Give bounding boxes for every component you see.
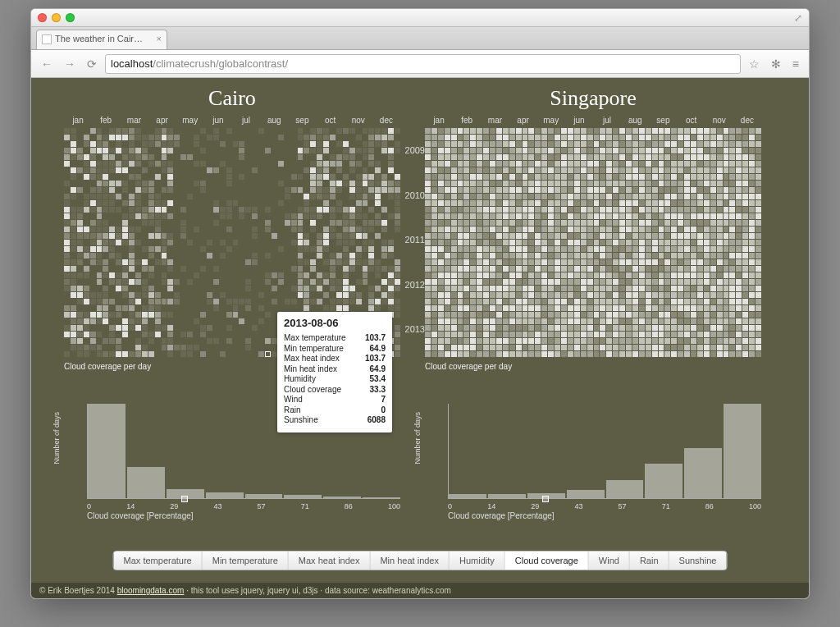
- heatmap-cell[interactable]: [581, 227, 587, 232]
- heatmap-cell[interactable]: [652, 233, 658, 239]
- heatmap-cell[interactable]: [581, 345, 587, 350]
- heatmap-cell[interactable]: [239, 174, 244, 180]
- heatmap-cell[interactable]: [349, 292, 355, 298]
- heatmap-cell[interactable]: [724, 325, 729, 331]
- heatmap-cell[interactable]: [330, 181, 336, 186]
- heatmap-cell[interactable]: [180, 135, 186, 140]
- heatmap-cell[interactable]: [619, 351, 625, 357]
- heatmap-cell[interactable]: [135, 246, 141, 252]
- heatmap-cell[interactable]: [226, 332, 232, 337]
- heatmap-cell[interactable]: [129, 351, 135, 357]
- heatmap-cell[interactable]: [122, 305, 128, 311]
- heatmap-cell[interactable]: [652, 167, 658, 173]
- heatmap-cell[interactable]: [285, 213, 290, 219]
- heatmap-cell[interactable]: [148, 194, 154, 199]
- heatmap-cell[interactable]: [749, 227, 755, 232]
- heatmap-cell[interactable]: [77, 292, 83, 298]
- heatmap-cell[interactable]: [626, 345, 632, 350]
- heatmap-cell[interactable]: [84, 194, 89, 199]
- heatmap-cell[interactable]: [639, 292, 645, 298]
- heatmap-cell[interactable]: [162, 174, 167, 180]
- heatmap-cell[interactable]: [213, 338, 219, 344]
- heatmap-cell[interactable]: [619, 200, 625, 206]
- heatmap-cell[interactable]: [470, 194, 476, 199]
- heatmap-cell[interactable]: [710, 246, 716, 252]
- heatmap-cell[interactable]: [116, 135, 121, 140]
- heatmap-cell[interactable]: [463, 135, 469, 140]
- heatmap-cell[interactable]: [194, 187, 199, 193]
- heatmap-cell[interactable]: [207, 141, 212, 147]
- heatmap-cell[interactable]: [356, 233, 362, 239]
- heatmap-cell[interactable]: [77, 299, 83, 304]
- heatmap-cell[interactable]: [84, 338, 89, 344]
- heatmap-cell[interactable]: [568, 332, 573, 337]
- heatmap-cell[interactable]: [691, 161, 696, 167]
- heatmap-cell[interactable]: [756, 332, 761, 337]
- heatmap-cell[interactable]: [600, 318, 605, 324]
- heatmap-cell[interactable]: [523, 325, 528, 331]
- heatmap-cell[interactable]: [736, 345, 742, 350]
- heatmap-cell[interactable]: [561, 141, 567, 147]
- heatmap-cell[interactable]: [568, 325, 573, 331]
- heatmap-cell[interactable]: [477, 135, 482, 140]
- heatmap-cell[interactable]: [162, 318, 167, 324]
- heatmap-cell[interactable]: [220, 181, 226, 186]
- heatmap-cell[interactable]: [245, 167, 251, 173]
- heatmap-cell[interactable]: [587, 351, 593, 357]
- heatmap-cell[interactable]: [756, 345, 761, 350]
- heatmap-cell[interactable]: [304, 266, 309, 272]
- heatmap-cell[interactable]: [265, 141, 271, 147]
- heatmap-cell[interactable]: [509, 286, 515, 291]
- heatmap-cell[interactable]: [129, 141, 135, 147]
- heatmap-cell[interactable]: [272, 345, 277, 350]
- heatmap-cell[interactable]: [587, 305, 593, 311]
- heatmap-cell[interactable]: [239, 200, 244, 206]
- heatmap-cell[interactable]: [594, 318, 600, 324]
- heatmap-cell[interactable]: [142, 312, 148, 318]
- heatmap-cell[interactable]: [343, 213, 349, 219]
- heatmap-cell[interactable]: [470, 207, 476, 213]
- heatmap-cell[interactable]: [483, 148, 489, 153]
- heatmap-cell[interactable]: [516, 338, 522, 344]
- heatmap-cell[interactable]: [568, 233, 573, 239]
- heatmap-cell[interactable]: [574, 253, 580, 259]
- heatmap-cell[interactable]: [568, 272, 573, 278]
- heatmap-cell[interactable]: [174, 292, 180, 298]
- heatmap-cell[interactable]: [239, 325, 244, 331]
- heatmap-cell[interactable]: [207, 161, 212, 167]
- heatmap-cell[interactable]: [200, 227, 206, 232]
- heatmap-cell[interactable]: [356, 174, 362, 180]
- heatmap-cell[interactable]: [226, 187, 232, 193]
- heatmap-cell[interactable]: [90, 338, 96, 344]
- heatmap-cell[interactable]: [470, 233, 476, 239]
- heatmap-cell[interactable]: [84, 135, 89, 140]
- heatmap-cell[interactable]: [103, 194, 108, 199]
- heatmap-cell[interactable]: [463, 227, 469, 232]
- heatmap-cell[interactable]: [632, 148, 638, 153]
- heatmap-cell[interactable]: [109, 141, 115, 147]
- heatmap-cell[interactable]: [535, 148, 541, 153]
- heatmap-cell[interactable]: [483, 292, 489, 298]
- heatmap-cell[interactable]: [742, 227, 748, 232]
- heatmap-cell[interactable]: [632, 286, 638, 291]
- heatmap-cell[interactable]: [278, 148, 284, 153]
- bar[interactable]: [127, 467, 165, 498]
- heatmap-cell[interactable]: [194, 148, 199, 153]
- heatmap-cell[interactable]: [749, 266, 755, 272]
- heatmap-cell[interactable]: [581, 292, 587, 298]
- heatmap-cell[interactable]: [226, 279, 232, 285]
- extension-icon[interactable]: ✻: [768, 56, 784, 72]
- heatmap-cell[interactable]: [109, 246, 115, 252]
- heatmap-cell[interactable]: [736, 148, 742, 153]
- heatmap-cell[interactable]: [265, 286, 271, 291]
- heatmap-cell[interactable]: [304, 200, 309, 206]
- heatmap-cell[interactable]: [84, 286, 89, 291]
- heatmap-cell[interactable]: [162, 207, 167, 213]
- heatmap-cell[interactable]: [710, 200, 716, 206]
- heatmap-cell[interactable]: [317, 135, 322, 140]
- heatmap-cell[interactable]: [438, 154, 444, 160]
- heatmap-cell[interactable]: [594, 181, 600, 186]
- heatmap-cell[interactable]: [463, 305, 469, 311]
- heatmap-cell[interactable]: [245, 246, 251, 252]
- heatmap-cell[interactable]: [691, 227, 696, 232]
